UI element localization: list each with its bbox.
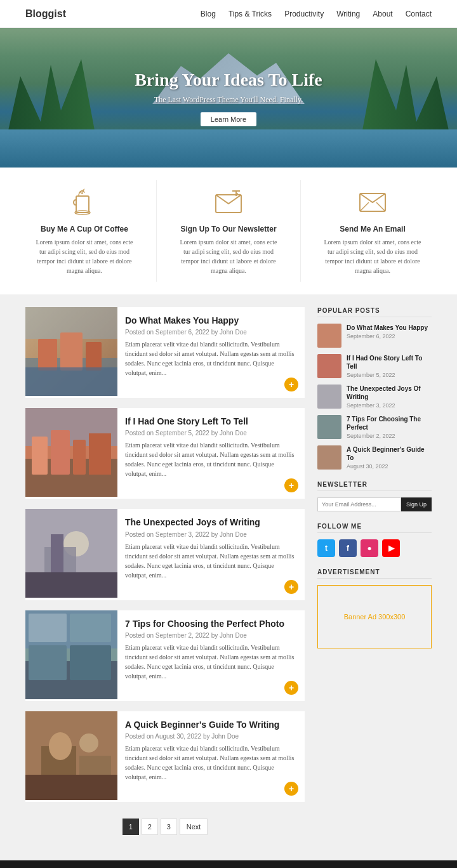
pp-image-4	[317, 415, 341, 439]
svg-rect-11	[60, 332, 83, 371]
post-more-btn-4[interactable]: +	[284, 681, 298, 695]
svg-rect-32	[29, 645, 67, 680]
svg-rect-13	[25, 367, 117, 396]
pp-date-2: September 5, 2022	[347, 372, 432, 378]
post-card-1: Do What Makes You Happy Posted on Septem…	[25, 307, 305, 398]
page-btn-1[interactable]: 1	[123, 819, 139, 835]
svg-rect-33	[70, 645, 111, 680]
svg-rect-18	[51, 430, 70, 475]
page-btn-2[interactable]: 2	[142, 819, 158, 835]
popular-post-item-5: A Quick Beginner's Guide To August 30, 2…	[317, 445, 432, 470]
nav-logo[interactable]: Bloggist	[25, 8, 66, 20]
nav-tips[interactable]: Tips & Tricks	[228, 10, 272, 18]
newsletter-input[interactable]	[317, 497, 401, 511]
popular-post-item-3: The Unexpected Joys Of Writing September…	[317, 385, 432, 409]
pp-title-5[interactable]: A Quick Beginner's Guide To	[347, 445, 432, 462]
pp-title-2[interactable]: If I Had One Story Left To Tell	[347, 354, 432, 371]
nav-productivity[interactable]: Productivity	[284, 10, 324, 18]
pp-date-4: September 2, 2022	[347, 433, 432, 439]
nav-about[interactable]: About	[373, 10, 392, 18]
pp-image-1	[317, 324, 341, 348]
post-title-4[interactable]: 7 Tips for Choosing the Perfect Photo	[125, 618, 297, 629]
svg-line-5	[360, 202, 369, 211]
hero-content: Bring Your Ideas To Life The Last WordPr…	[135, 70, 322, 126]
feature-section: Buy Me A Cup Of Coffee Lorem ipsum dolor…	[0, 168, 457, 294]
facebook-icon[interactable]: f	[339, 539, 357, 557]
pp-info-1: Do What Makes You Happy September 6, 202…	[347, 324, 432, 339]
feature-divider-2	[300, 180, 301, 282]
svg-rect-12	[86, 342, 102, 371]
post-meta-5: Posted on August 30, 2022 by John Doe	[125, 733, 297, 740]
svg-rect-20	[89, 433, 111, 475]
post-card-inner-4: 7 Tips for Choosing the Perfect Photo Po…	[25, 610, 305, 701]
page-btn-next[interactable]: Next	[180, 819, 208, 835]
instagram-icon[interactable]: ●	[361, 539, 378, 557]
post-meta-4: Posted on September 2, 2022 by John Doe	[125, 632, 297, 639]
post-card-2: If I Had One Story Left To Tell Posted o…	[25, 408, 305, 499]
popular-posts-heading: POPULAR POSTS	[317, 307, 432, 317]
nav-contact[interactable]: Contact	[406, 10, 432, 18]
pp-info-5: A Quick Beginner's Guide To August 30, 2…	[347, 445, 432, 470]
post-body-5: A Quick Beginner's Guide To Writing Post…	[117, 711, 305, 802]
pp-image-3	[317, 385, 341, 409]
hero-button[interactable]: Learn More	[201, 112, 256, 126]
feature-email-title: Send Me An Email	[320, 225, 425, 233]
post-card-inner-3: The Unexpected Joys of Writing Posted on…	[25, 509, 305, 600]
post-card-5: A Quick Beginner's Guide To Writing Post…	[25, 711, 305, 802]
nav-writing[interactable]: Writing	[336, 10, 360, 18]
page-btn-3[interactable]: 3	[161, 819, 177, 835]
youtube-icon[interactable]: ▶	[382, 539, 400, 557]
post-title-1[interactable]: Do What Makes You Happy	[125, 315, 297, 326]
post-excerpt-2: Etiam placerat velit vitae dui blandit s…	[125, 440, 297, 478]
post-more-btn-3[interactable]: +	[284, 580, 298, 594]
main-layout: Do What Makes You Happy Posted on Septem…	[0, 294, 457, 860]
post-more-btn-1[interactable]: +	[284, 378, 298, 391]
feature-email: Send Me An Email Lorem ipsum dolor sit a…	[314, 180, 432, 282]
post-title-3[interactable]: The Unexpected Joys of Writing	[125, 516, 297, 528]
post-more-btn-5[interactable]: +	[284, 782, 298, 796]
hero-water	[0, 129, 457, 168]
svg-rect-17	[32, 437, 48, 475]
pp-date-3: September 3, 2022	[347, 402, 432, 409]
post-more-btn-2[interactable]: +	[284, 478, 298, 492]
newsletter-heading: NEWSLETTER	[317, 481, 432, 491]
pp-title-1[interactable]: Do What Makes You Happy	[347, 324, 432, 332]
feature-newsletter-title: Sign Up To Our Newsletter	[176, 225, 281, 233]
twitter-icon[interactable]: t	[317, 539, 335, 557]
post-title-2[interactable]: If I Had One Story Left To Tell	[125, 416, 297, 427]
hero-subtitle: The Last WordPress Theme You'll Need. Fi…	[135, 95, 322, 105]
pp-date-5: August 30, 2022	[347, 463, 432, 470]
popular-posts-section: POPULAR POSTS Do What Makes You Happy Se…	[317, 307, 432, 470]
newsletter-btn[interactable]: Sign Up	[401, 497, 432, 511]
post-image-2	[25, 408, 117, 497]
nav-blog[interactable]: Blog	[201, 10, 216, 18]
feature-coffee: Buy Me A Cup Of Coffee Lorem ipsum dolor…	[25, 180, 143, 282]
content-column: Do What Makes You Happy Posted on Septem…	[25, 307, 305, 848]
popular-post-item-4: 7 Tips For Choosing The Perfect Septembe…	[317, 415, 432, 439]
popular-post-item-1: Do What Makes You Happy September 6, 202…	[317, 324, 432, 348]
post-excerpt-3: Etiam placerat velit vitae dui blandit s…	[125, 542, 297, 580]
post-body-2: If I Had One Story Left To Tell Posted o…	[117, 408, 305, 499]
post-body-4: 7 Tips for Choosing the Perfect Photo Po…	[117, 610, 305, 701]
post-image-4	[25, 610, 117, 699]
post-excerpt-4: Etiam placerat velit vitae dui blandit s…	[125, 643, 297, 681]
pp-title-4[interactable]: 7 Tips For Choosing The Perfect	[347, 415, 432, 431]
post-meta-1: Posted on September 6, 2022 by John Doe	[125, 329, 297, 336]
pp-title-3[interactable]: The Unexpected Joys Of Writing	[347, 385, 432, 401]
post-card-inner-2: If I Had One Story Left To Tell Posted o…	[25, 408, 305, 499]
pp-image-5	[317, 445, 341, 470]
hero-title: Bring Your Ideas To Life	[135, 70, 322, 90]
advertisement-section: ADVERTISEMENT Banner Ad 300x300	[317, 569, 432, 648]
post-excerpt-1: Etiam placerat velit vitae dui blandit s…	[125, 339, 297, 378]
post-card-4: 7 Tips for Choosing the Perfect Photo Po…	[25, 610, 305, 701]
post-meta-2: Posted on September 5, 2022 by John Doe	[125, 430, 297, 437]
feature-coffee-title: Buy Me A Cup Of Coffee	[32, 225, 137, 233]
pp-info-3: The Unexpected Joys Of Writing September…	[347, 385, 432, 409]
svg-rect-30	[29, 614, 67, 642]
feature-divider-1	[156, 180, 157, 282]
svg-point-36	[79, 733, 98, 753]
post-card-inner-5: A Quick Beginner's Guide To Writing Post…	[25, 711, 305, 802]
post-title-5[interactable]: A Quick Beginner's Guide To Writing	[125, 719, 297, 730]
post-image-5	[25, 711, 117, 800]
post-body-3: The Unexpected Joys of Writing Posted on…	[117, 509, 305, 600]
